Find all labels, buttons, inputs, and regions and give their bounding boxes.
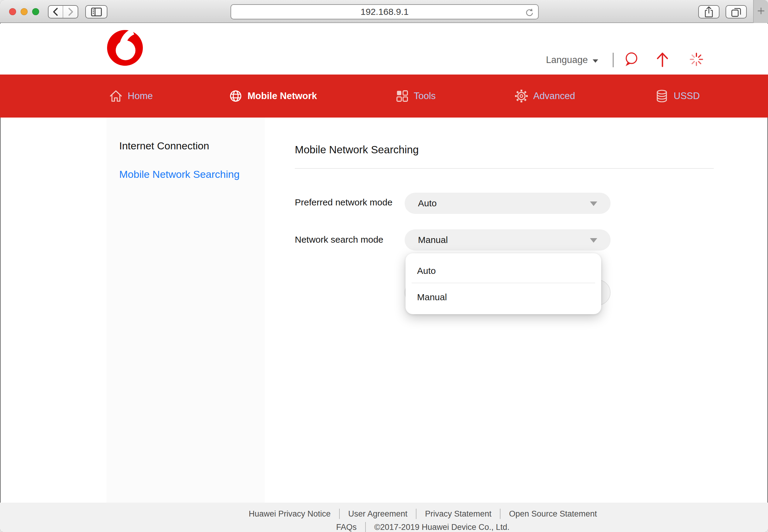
nav-item-tools[interactable]: Tools bbox=[395, 75, 436, 118]
back-button[interactable] bbox=[48, 5, 63, 18]
url-text: 192.168.9.1 bbox=[361, 7, 409, 17]
footer-links-row: Huawei Privacy Notice User Agreement Pri… bbox=[39, 509, 768, 519]
header-divider bbox=[613, 53, 614, 67]
chevron-down-icon bbox=[590, 201, 597, 206]
nav-item-ussd[interactable]: USSD bbox=[655, 75, 700, 118]
database-icon bbox=[655, 89, 669, 103]
footer-link-user-agreement[interactable]: User Agreement bbox=[348, 509, 407, 519]
close-window-button[interactable] bbox=[9, 8, 16, 15]
minimize-window-button[interactable] bbox=[21, 8, 28, 15]
url-bar[interactable]: 192.168.9.1 bbox=[231, 4, 539, 19]
tabs-icon bbox=[730, 5, 743, 18]
network-search-mode-dropdown: Auto Manual bbox=[406, 253, 601, 314]
browser-chrome: 192.168.9.1 bbox=[0, 0, 768, 23]
network-search-mode-value: Manual bbox=[405, 235, 448, 245]
footer-link-faqs[interactable]: FAQs bbox=[336, 523, 357, 532]
share-icon bbox=[703, 5, 715, 18]
header-controls: Language bbox=[546, 52, 704, 68]
field-label-network-search-mode: Network search mode bbox=[295, 234, 383, 245]
preferred-network-mode-select[interactable]: Auto bbox=[405, 193, 611, 214]
vodafone-logo bbox=[106, 29, 143, 66]
reload-button[interactable] bbox=[523, 7, 534, 19]
sidebar-toggle-icon bbox=[89, 6, 103, 18]
title-divider bbox=[295, 168, 714, 169]
nav-label-ussd: USSD bbox=[674, 91, 700, 101]
globe-icon bbox=[229, 89, 243, 103]
nav-item-home[interactable]: Home bbox=[108, 75, 153, 118]
footer-link-privacy-statement[interactable]: Privacy Statement bbox=[425, 509, 491, 519]
browser-window: 192.168.9.1 bbox=[0, 0, 768, 532]
share-button[interactable] bbox=[698, 5, 720, 18]
footer-separator bbox=[416, 509, 416, 519]
field-label-preferred-network-mode: Preferred network mode bbox=[295, 197, 392, 208]
nav-label-advanced: Advanced bbox=[533, 91, 575, 101]
language-menu[interactable]: Language bbox=[546, 55, 588, 65]
chat-icon[interactable] bbox=[623, 51, 639, 69]
footer-link-huawei-privacy-notice[interactable]: Huawei Privacy Notice bbox=[249, 509, 331, 519]
sidebar-toggle-button[interactable] bbox=[85, 5, 107, 18]
sidebar-item-mobile-network-searching[interactable]: Mobile Network Searching bbox=[119, 168, 240, 180]
back-icon bbox=[50, 6, 62, 18]
footer-separator bbox=[339, 509, 340, 519]
tabs-overview-button[interactable] bbox=[726, 5, 747, 18]
new-tab-button[interactable] bbox=[753, 0, 768, 23]
nav-label-home: Home bbox=[128, 91, 153, 101]
nav-label-mobile-network: Mobile Network bbox=[248, 91, 317, 101]
site-header: Language bbox=[0, 24, 768, 75]
nav-item-advanced[interactable]: Advanced bbox=[514, 75, 575, 118]
gear-icon bbox=[514, 89, 529, 103]
page-title: Mobile Network Searching bbox=[295, 144, 419, 156]
footer-separator bbox=[500, 509, 500, 519]
network-search-mode-select[interactable]: Manual bbox=[405, 229, 611, 251]
upload-arrow-icon[interactable] bbox=[655, 51, 670, 69]
sidebar: Internet Connection Mobile Network Searc… bbox=[106, 118, 265, 503]
chevron-down-icon bbox=[590, 238, 597, 243]
nav-item-mobile-network[interactable]: Mobile Network bbox=[229, 75, 317, 118]
chevron-down-icon bbox=[593, 59, 598, 63]
forward-icon bbox=[65, 6, 76, 18]
spinner-icon bbox=[689, 52, 704, 68]
footer-copyright: ©2017-2019 Huawei Device Co., Ltd. bbox=[374, 523, 509, 532]
dropdown-option-manual[interactable]: Manual bbox=[406, 283, 601, 314]
main-nav: Home Mobile Network Tools bbox=[0, 75, 768, 118]
forward-button[interactable] bbox=[63, 5, 78, 18]
dropdown-option-auto[interactable]: Auto bbox=[406, 253, 601, 283]
home-icon bbox=[108, 89, 123, 103]
footer-separator bbox=[365, 522, 366, 532]
sidebar-section-title: Internet Connection bbox=[119, 140, 209, 152]
plus-icon bbox=[756, 6, 766, 17]
nav-label-tools: Tools bbox=[414, 91, 436, 101]
page-footer: Huawei Privacy Notice User Agreement Pri… bbox=[0, 503, 768, 532]
grid-icon bbox=[395, 89, 409, 103]
footer-copyright-row: FAQs ©2017-2019 Huawei Device Co., Ltd. bbox=[39, 522, 768, 532]
zoom-window-button[interactable] bbox=[32, 8, 39, 15]
preferred-network-mode-value: Auto bbox=[405, 198, 437, 208]
footer-link-open-source-statement[interactable]: Open Source Statement bbox=[509, 509, 597, 519]
